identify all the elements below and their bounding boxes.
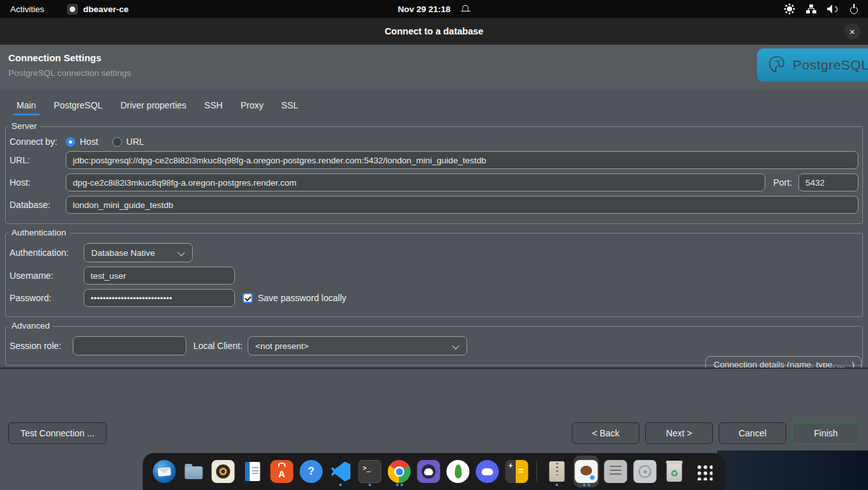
username-label: Username: [10,271,84,281]
network-icon [806,4,816,14]
connect-by-url-radio-label[interactable]: URL [126,137,144,147]
connection-details-button[interactable]: Connection details (name, type, ... ) [705,356,862,368]
authentication-label: Authentication: [10,248,84,258]
postgresql-logo: PostgreSQL [757,48,868,82]
content-separator [0,368,868,369]
github-desktop-icon[interactable] [416,456,442,487]
connection-details-button-label: Connection details (name, type, ... [714,360,844,368]
libreoffice-writer-icon[interactable] [240,456,266,487]
port-input[interactable] [798,174,858,191]
vscode-icon[interactable] [328,456,354,487]
brightness-icon [784,3,795,15]
url-input[interactable] [66,151,858,169]
tab-bar: Main PostgreSQL Driver properties SSH Pr… [0,89,868,117]
cancel-button[interactable]: Cancel [719,422,786,444]
tab-ssh[interactable]: SSH [195,95,232,117]
dialog-button-row: Test Connection ... < Back Next > Cancel… [0,422,868,444]
dbeaver-icon[interactable] [574,456,599,487]
calculator-icon[interactable] [504,456,530,487]
system-status-area[interactable] [784,0,859,18]
advanced-group-legend: Advanced [8,321,53,330]
save-password-checkbox[interactable] [243,293,253,303]
thunderbird-icon[interactable] [152,456,177,487]
next-button[interactable]: Next > [645,422,713,444]
main-tab-content: Server Connect by: Host URL URL: Host: P… [0,117,868,368]
trash-icon[interactable]: ♻ [662,456,687,487]
save-password-label[interactable]: Save password locally [258,293,347,303]
server-group: Server Connect by: Host URL URL: Host: P… [5,126,863,224]
focused-app-indicator[interactable]: dbeaver-ce [67,4,128,15]
authentication-row: Authentication: Database Native [10,243,858,262]
test-connection-button[interactable]: Test Connection ... [8,422,107,444]
chrome-icon[interactable] [387,456,412,487]
connect-by-host-radio-label[interactable]: Host [80,137,98,147]
activities-button[interactable]: Activities [10,4,44,14]
screen: Activities dbeaver-ce Nov 29 21:18 Conne… [0,0,868,490]
back-button[interactable]: < Back [572,422,640,444]
close-button[interactable]: × [844,24,860,40]
username-input[interactable] [84,267,235,285]
preferences-icon[interactable] [603,456,629,487]
disks-icon[interactable] [632,456,658,487]
notification-bell-icon [461,4,470,13]
archive-manager-icon[interactable] [544,456,570,487]
connect-by-url-radio[interactable] [112,137,122,147]
url-row: URL: [10,151,858,169]
tab-proxy[interactable]: Proxy [232,95,273,117]
clock-menu[interactable]: Nov 29 21:18 [398,4,470,14]
connect-by-host-radio[interactable] [66,137,75,147]
port-label: Port: [773,177,792,188]
dbeaver-app-icon [67,4,78,15]
terminal-icon[interactable]: >_ [357,456,383,487]
ubuntu-software-icon[interactable]: A [269,456,295,487]
tab-ssl[interactable]: SSL [273,95,307,117]
postgresql-elephant-icon [765,54,788,77]
power-icon [849,4,859,15]
dock-separator [537,461,537,482]
rhythmbox-icon[interactable] [211,456,236,487]
dialog-header: Connection Settings PostgreSQL connectio… [0,45,868,89]
authentication-select[interactable]: Database Native [84,243,193,262]
local-client-select-value: <not present> [255,341,308,351]
local-client-select[interactable]: <not present> [248,336,467,355]
app-grid-icon[interactable] [691,456,717,487]
authentication-select-value: Database Native [91,248,155,258]
session-role-input[interactable] [73,336,186,355]
mongodb-compass-icon[interactable] [445,456,471,487]
username-row: Username: [10,267,858,285]
password-input[interactable] [84,289,235,307]
connect-by-label: Connect by: [10,137,66,147]
connect-by-row: Connect by: Host URL [10,137,858,147]
help-icon[interactable]: ? [299,456,324,487]
close-icon: × [849,27,855,36]
authentication-group: Authentication Authentication: Database … [5,233,863,317]
desktop-background-corner [717,450,868,490]
url-label: URL: [10,155,66,165]
password-row: Password: Save password locally [10,289,858,307]
focused-app-name: dbeaver-ce [83,4,128,14]
postgresql-logo-text: PostgreSQL [793,57,868,73]
database-input[interactable] [66,196,858,214]
files-icon[interactable] [181,456,207,487]
tab-postgresql[interactable]: PostgreSQL [45,95,111,117]
finish-button[interactable]: Finish [792,422,860,444]
host-row: Host: Port: [10,174,858,191]
tab-driver-properties[interactable]: Driver properties [112,95,195,117]
clock: Nov 29 21:18 [398,4,451,14]
dialog-title: Connect to a database [385,26,484,36]
dock: A?>_♻ [143,453,726,490]
database-label: Database: [10,200,66,210]
server-group-legend: Server [8,121,40,131]
dialog-titlebar: Connect to a database × [0,18,868,45]
top-bar: Activities dbeaver-ce Nov 29 21:18 [0,0,868,18]
session-role-label: Session role: [10,341,73,351]
volume-icon [827,4,838,13]
tab-main[interactable]: Main [8,95,45,117]
discord-icon[interactable] [475,456,500,487]
page-subtitle: PostgreSQL connection settings [8,68,868,78]
host-input[interactable] [66,174,765,191]
host-label: Host: [10,177,66,188]
database-row: Database: [10,196,858,214]
password-label: Password: [10,293,84,303]
page-title: Connection Settings [8,52,868,63]
